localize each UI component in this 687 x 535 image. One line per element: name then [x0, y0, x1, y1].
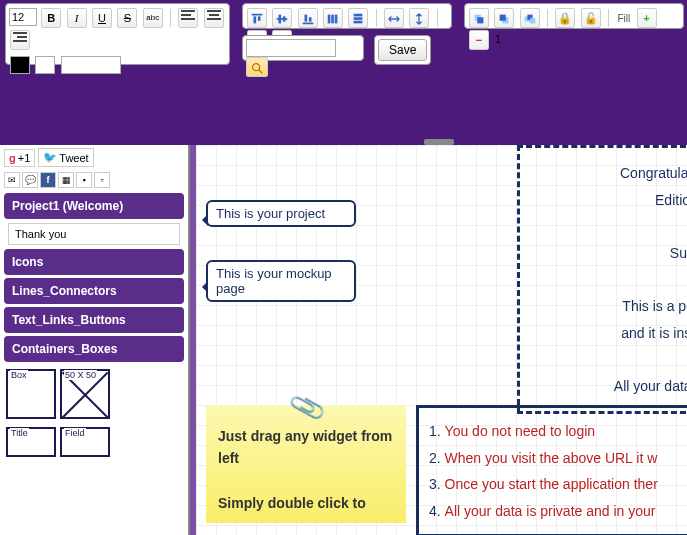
chat-icon[interactable]: 💬 — [22, 172, 38, 188]
send-back-button[interactable] — [494, 8, 514, 28]
category-text[interactable]: Text_Links_Buttons — [4, 307, 184, 333]
sticky-line: Simply double click to — [218, 492, 394, 514]
canvas[interactable]: This is your project This is your mockup… — [196, 145, 687, 535]
project-item[interactable]: Thank you — [8, 223, 180, 245]
share-icon-2[interactable]: ▪ — [76, 172, 92, 188]
canvas-wrap: This is your project This is your mockup… — [190, 145, 687, 535]
svg-rect-2 — [258, 16, 261, 20]
mail-icon[interactable]: ✉ — [4, 172, 20, 188]
svg-rect-4 — [279, 15, 282, 24]
add-button[interactable]: + — [637, 8, 657, 28]
distribute-h-button[interactable] — [323, 8, 343, 28]
search-group — [242, 35, 364, 61]
text-format-toolbar: B I U S abc — [5, 3, 230, 65]
search-input[interactable] — [246, 39, 336, 57]
text-color-swatch[interactable] — [10, 56, 30, 74]
callout-page[interactable]: This is your mockup page — [206, 260, 356, 302]
welcome-line: This is a personal editi — [532, 293, 687, 320]
italic-button[interactable]: I — [67, 8, 87, 28]
google-plus-button[interactable]: g+1 — [4, 149, 35, 167]
list-item: When you visit the above URL it w — [429, 445, 687, 472]
align-left-button[interactable] — [178, 8, 198, 28]
welcome-line: Edition of M — [532, 187, 687, 214]
bg-color-swatch[interactable] — [35, 56, 55, 74]
svg-point-26 — [253, 63, 260, 70]
svg-rect-8 — [309, 17, 312, 21]
instructions-list[interactable]: You do not need to login When you visit … — [416, 405, 687, 535]
svg-rect-0 — [252, 14, 263, 16]
align-right-button[interactable] — [10, 30, 30, 50]
twitter-icon: 🐦 — [43, 151, 57, 164]
share-icon-3[interactable]: ▫ — [94, 172, 110, 188]
list-item: You do not need to login — [429, 418, 687, 445]
arrange-toolbar: 🔒 🔓 Fill + − 1 — [464, 3, 684, 29]
svg-rect-11 — [335, 15, 338, 24]
svg-rect-6 — [302, 23, 313, 25]
welcome-line: Surpris — [532, 240, 687, 267]
category-containers[interactable]: Containers_Boxes — [4, 336, 184, 362]
svg-line-27 — [259, 69, 263, 73]
svg-rect-20 — [477, 17, 483, 23]
callout-project[interactable]: This is your project — [206, 200, 356, 227]
align-center-button[interactable] — [204, 8, 224, 28]
align-top-button[interactable] — [247, 8, 267, 28]
svg-rect-3 — [277, 18, 288, 20]
extra-color-swatch[interactable] — [61, 56, 121, 74]
bring-front-button[interactable] — [469, 8, 489, 28]
category-lines[interactable]: Lines_Connectors — [4, 278, 184, 304]
sticky-note[interactable]: 📎 Just drag any widget from left Simply … — [206, 405, 406, 523]
svg-rect-9 — [328, 15, 331, 24]
svg-rect-14 — [354, 21, 363, 24]
lock-button[interactable]: 🔒 — [555, 8, 575, 28]
svg-rect-10 — [331, 15, 334, 24]
project-header[interactable]: Project1 (Welcome) — [4, 193, 184, 219]
unlock-button[interactable]: 🔓 — [581, 8, 601, 28]
welcome-box[interactable]: Congratulations! You ju Edition of M Sur… — [517, 145, 687, 414]
underline-button[interactable]: U — [92, 8, 112, 28]
align-middle-button[interactable] — [272, 8, 292, 28]
align-bottom-button[interactable] — [298, 8, 318, 28]
forward-button[interactable] — [520, 8, 540, 28]
widget-box[interactable]: Box — [6, 369, 56, 419]
tweet-button[interactable]: 🐦Tweet — [38, 148, 93, 167]
strikethrough-button[interactable]: S — [117, 8, 137, 28]
widget-title[interactable]: Title — [6, 427, 56, 457]
save-group: Save — [374, 35, 431, 65]
gplus-icon: g — [9, 152, 16, 164]
save-button[interactable]: Save — [378, 39, 427, 61]
align-distribute-toolbar — [242, 3, 452, 29]
distribute-v-button[interactable] — [348, 8, 368, 28]
welcome-line: Congratulations! You ju — [532, 160, 687, 187]
search-button[interactable] — [246, 57, 268, 77]
font-size-input[interactable] — [9, 8, 37, 26]
sticky-line: Just drag any widget from left — [218, 425, 394, 470]
welcome-line: All your data is stored loc — [532, 373, 687, 400]
count-label: 1 — [495, 34, 501, 45]
welcome-line: and it is installed as pa — [532, 320, 687, 347]
svg-rect-25 — [530, 18, 535, 23]
list-item: All your data is private and in your — [429, 498, 687, 525]
fill-label: Fill — [617, 13, 630, 24]
widget-field[interactable]: Field — [60, 427, 110, 457]
search-icon — [249, 61, 265, 75]
svg-rect-7 — [304, 15, 307, 22]
abc-button[interactable]: abc — [143, 8, 163, 28]
share-icon-1[interactable]: ▦ — [58, 172, 74, 188]
resize-v-button[interactable] — [409, 8, 429, 28]
category-icons[interactable]: Icons — [4, 249, 184, 275]
bold-button[interactable]: B — [41, 8, 61, 28]
resize-h-button[interactable] — [384, 8, 404, 28]
widget-50x50[interactable]: 50 X 50 — [60, 369, 110, 419]
svg-rect-13 — [354, 17, 363, 20]
svg-rect-5 — [283, 16, 286, 21]
svg-rect-22 — [500, 15, 506, 21]
facebook-icon[interactable]: f — [40, 172, 56, 188]
sidebar: g+1 🐦Tweet ✉ 💬 f ▦ ▪ ▫ Project1 (Welcome… — [0, 145, 190, 535]
svg-rect-1 — [254, 16, 257, 23]
svg-rect-12 — [354, 14, 363, 17]
remove-button[interactable]: − — [469, 30, 489, 50]
list-item: Once you start the application ther — [429, 471, 687, 498]
